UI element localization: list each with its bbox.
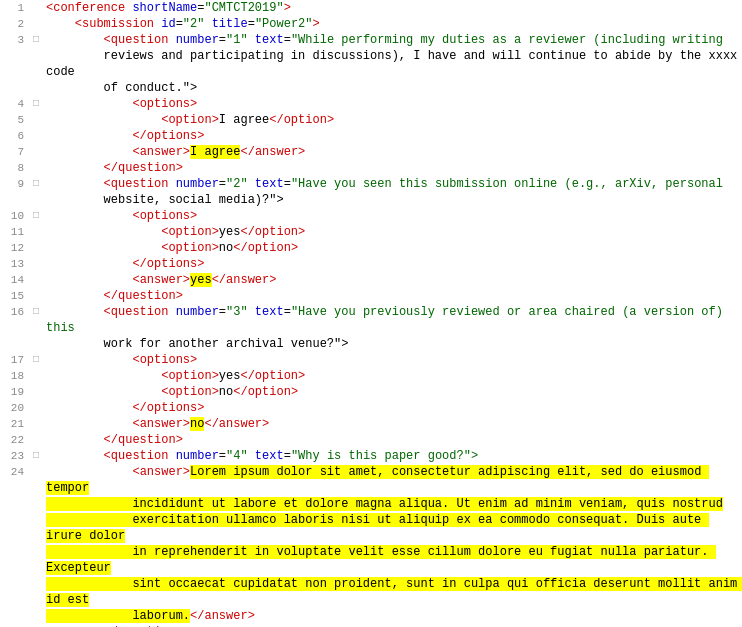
table-row: 3□ <question number="1" text="While perf… xyxy=(0,32,742,96)
line-number: 2 xyxy=(0,16,28,32)
table-row: 2 <submission id="2" title="Power2"> xyxy=(0,16,742,32)
line-content: <option>yes</option> xyxy=(44,368,742,384)
line-number: 10 xyxy=(0,208,28,224)
fold-marker[interactable]: □ xyxy=(28,304,44,320)
line-number: 3 xyxy=(0,32,28,48)
table-row: 17□ <options> xyxy=(0,352,742,368)
line-content: </options> xyxy=(44,128,742,144)
table-row: 4□ <options> xyxy=(0,96,742,112)
line-number: 6 xyxy=(0,128,28,144)
fold-marker[interactable]: □ xyxy=(28,448,44,464)
line-content: </options> xyxy=(44,400,742,416)
table-row: 5 <option>I agree</option> xyxy=(0,112,742,128)
table-row: 21 <answer>no</answer> xyxy=(0,416,742,432)
table-row: 14 <answer>yes</answer> xyxy=(0,272,742,288)
fold-marker[interactable]: □ xyxy=(28,352,44,368)
fold-marker[interactable]: □ xyxy=(28,32,44,48)
line-number: 4 xyxy=(0,96,28,112)
table-row: 10□ <options> xyxy=(0,208,742,224)
line-content: <options> xyxy=(44,96,742,112)
line-number: 5 xyxy=(0,112,28,128)
table-row: 15 </question> xyxy=(0,288,742,304)
line-content: <option>no</option> xyxy=(44,384,742,400)
line-content: <option>yes</option> xyxy=(44,224,742,240)
line-content: </options> xyxy=(44,256,742,272)
line-number: 23 xyxy=(0,448,28,464)
line-number: 17 xyxy=(0,352,28,368)
code-editor: 1<conference shortName="CMTCT2019">2 <su… xyxy=(0,0,742,627)
table-row: 9□ <question number="2" text="Have you s… xyxy=(0,176,742,208)
line-number: 20 xyxy=(0,400,28,416)
line-number: 16 xyxy=(0,304,28,320)
line-content: </question> xyxy=(44,288,742,304)
line-content: <question number="2" text="Have you seen… xyxy=(44,176,742,208)
fold-marker[interactable]: □ xyxy=(28,96,44,112)
line-content: <question number="1" text="While perform… xyxy=(44,32,742,96)
line-number: 18 xyxy=(0,368,28,384)
line-content: <answer>no</answer> xyxy=(44,416,742,432)
line-content: <option>I agree</option> xyxy=(44,112,742,128)
table-row: 23□ <question number="4" text="Why is th… xyxy=(0,448,742,464)
line-content: <conference shortName="CMTCT2019"> xyxy=(44,0,742,16)
line-content: <option>no</option> xyxy=(44,240,742,256)
line-content: <options> xyxy=(44,208,742,224)
line-content: </question> xyxy=(44,160,742,176)
table-row: 8 </question> xyxy=(0,160,742,176)
line-number: 1 xyxy=(0,0,28,16)
line-number: 8 xyxy=(0,160,28,176)
line-content: <question number="4" text="Why is this p… xyxy=(44,448,742,464)
line-content: <submission id="2" title="Power2"> xyxy=(44,16,742,32)
table-row: 1<conference shortName="CMTCT2019"> xyxy=(0,0,742,16)
line-number: 7 xyxy=(0,144,28,160)
line-number: 9 xyxy=(0,176,28,192)
line-content: <answer>Lorem ipsum dolor sit amet, cons… xyxy=(44,464,742,624)
table-row: 7 <answer>I agree</answer> xyxy=(0,144,742,160)
line-content: <options> xyxy=(44,352,742,368)
line-number: 19 xyxy=(0,384,28,400)
line-number: 12 xyxy=(0,240,28,256)
table-row: 13 </options> xyxy=(0,256,742,272)
line-number: 15 xyxy=(0,288,28,304)
line-number: 14 xyxy=(0,272,28,288)
fold-marker[interactable]: □ xyxy=(28,176,44,192)
line-content: <answer>yes</answer> xyxy=(44,272,742,288)
fold-marker[interactable]: □ xyxy=(28,208,44,224)
table-row: 22 </question> xyxy=(0,432,742,448)
table-row: 11 <option>yes</option> xyxy=(0,224,742,240)
line-number: 21 xyxy=(0,416,28,432)
table-row: 16□ <question number="3" text="Have you … xyxy=(0,304,742,352)
table-row: 20 </options> xyxy=(0,400,742,416)
line-number: 22 xyxy=(0,432,28,448)
line-content: <answer>I agree</answer> xyxy=(44,144,742,160)
table-row: 18 <option>yes</option> xyxy=(0,368,742,384)
line-number: 11 xyxy=(0,224,28,240)
table-row: 19 <option>no</option> xyxy=(0,384,742,400)
line-number: 13 xyxy=(0,256,28,272)
line-number: 24 xyxy=(0,464,28,480)
table-row: 24 <answer>Lorem ipsum dolor sit amet, c… xyxy=(0,464,742,624)
line-content: </question> xyxy=(44,432,742,448)
table-row: 12 <option>no</option> xyxy=(0,240,742,256)
table-row: 6 </options> xyxy=(0,128,742,144)
line-content: <question number="3" text="Have you prev… xyxy=(44,304,742,352)
